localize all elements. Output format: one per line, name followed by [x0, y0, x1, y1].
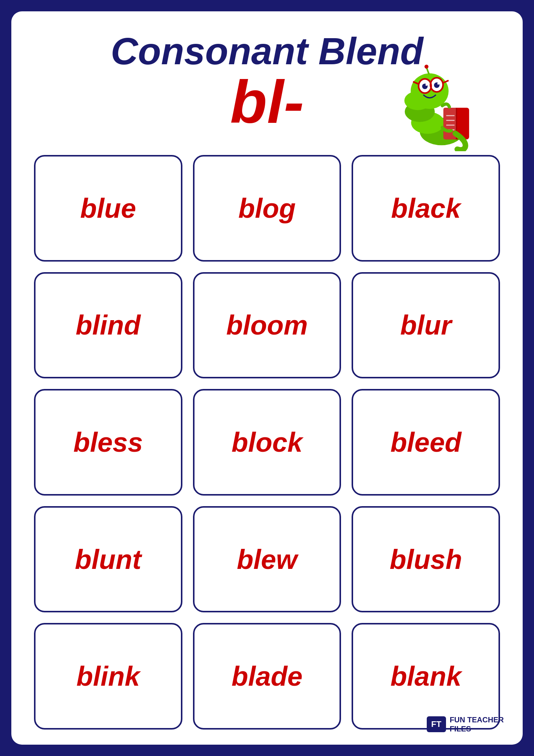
words-grid: blueblogblackblindbloomblurblessblockble…: [34, 155, 500, 730]
page: Consonant Blend bl-: [0, 0, 534, 756]
worm-svg: [398, 64, 485, 151]
word-card: blush: [352, 506, 500, 613]
word-card: blade: [193, 623, 341, 730]
word-label: bleed: [390, 427, 461, 458]
word-label: blink: [76, 661, 140, 692]
word-label: black: [391, 193, 461, 224]
svg-point-17: [424, 65, 428, 68]
word-label: blur: [400, 310, 452, 341]
worm-illustration: [398, 64, 485, 151]
word-card: block: [193, 389, 341, 496]
svg-point-15: [437, 83, 439, 85]
word-card: blew: [193, 506, 341, 613]
word-card: blue: [34, 155, 182, 262]
word-label: blog: [238, 193, 296, 224]
word-card: blind: [34, 272, 182, 379]
word-label: blind: [76, 310, 140, 341]
blend-row: bl-: [34, 72, 500, 132]
word-card: blank: [352, 623, 500, 730]
word-card: bless: [34, 389, 182, 496]
word-label: blade: [232, 661, 302, 692]
header: Consonant Blend bl-: [34, 30, 500, 132]
main-card: Consonant Blend bl-: [11, 11, 523, 745]
word-card: blunt: [34, 506, 182, 613]
blend-text: bl-: [230, 72, 304, 132]
footer: FT FUN TEACHER FILES: [427, 715, 504, 733]
word-card: black: [352, 155, 500, 262]
word-label: block: [232, 427, 302, 458]
word-card: blink: [34, 623, 182, 730]
word-card: blog: [193, 155, 341, 262]
word-label: blunt: [75, 544, 141, 575]
brand-name: FUN TEACHER FILES: [450, 715, 504, 733]
word-card: bloom: [193, 272, 341, 379]
word-label: blew: [237, 544, 297, 575]
word-label: blush: [390, 544, 462, 575]
word-label: blue: [80, 193, 136, 224]
svg-point-14: [426, 84, 428, 86]
word-card: bleed: [352, 389, 500, 496]
word-label: bloom: [226, 310, 308, 341]
word-label: blank: [390, 661, 461, 692]
brand-badge: FT: [427, 716, 446, 732]
word-label: bless: [73, 427, 143, 458]
word-card: blur: [352, 272, 500, 379]
